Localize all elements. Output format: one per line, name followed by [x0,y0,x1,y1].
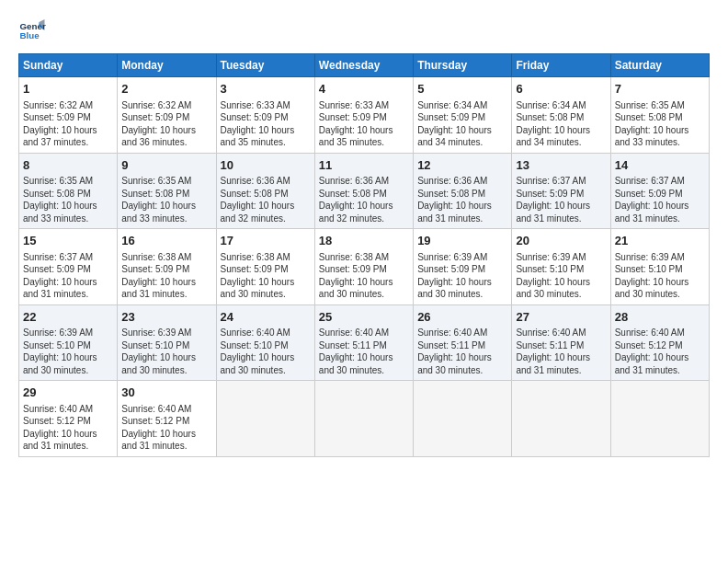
day-info: Sunset: 5:09 PM [121,111,211,124]
day-number: 2 [121,81,211,98]
day-info: Daylight: 10 hours [417,351,507,364]
day-info: Sunrise: 6:40 AM [23,403,113,416]
day-info: Daylight: 10 hours [221,276,311,289]
day-info: and 30 minutes. [417,364,507,377]
day-number: 13 [516,157,606,174]
day-info: Daylight: 10 hours [23,351,113,364]
calendar-header-row: SundayMondayTuesdayWednesdayThursdayFrid… [19,54,710,77]
day-info: Sunrise: 6:39 AM [23,327,113,339]
day-info: Daylight: 10 hours [615,200,705,213]
day-info: and 35 minutes. [319,136,409,149]
header: General Blue [18,17,710,44]
day-info: and 31 minutes. [23,440,113,453]
day-info: and 31 minutes. [121,288,211,301]
day-info: Sunrise: 6:36 AM [319,175,409,188]
calendar-cell: 7Sunrise: 6:35 AMSunset: 5:08 PMDaylight… [610,77,709,154]
day-info: Sunrise: 6:34 AM [516,99,606,112]
day-info: and 31 minutes. [615,213,705,225]
day-info: and 34 minutes. [516,136,606,149]
day-number: 4 [319,81,409,98]
day-info: Sunset: 5:08 PM [417,188,507,201]
day-number: 9 [121,157,211,174]
day-number: 22 [23,309,113,326]
day-info: Daylight: 10 hours [23,124,113,137]
calendar-cell: 10Sunrise: 6:36 AMSunset: 5:08 PMDayligh… [216,153,314,229]
day-info: Sunrise: 6:40 AM [319,327,409,339]
day-number: 8 [23,157,113,174]
day-header-wednesday: Wednesday [314,54,413,77]
calendar-cell: 17Sunrise: 6:38 AMSunset: 5:09 PMDayligh… [216,229,314,305]
day-info: Sunrise: 6:36 AM [221,175,311,188]
day-number: 20 [516,233,606,249]
day-info: and 30 minutes. [417,288,507,301]
calendar-cell [414,381,512,457]
day-number: 26 [417,309,507,326]
day-info: Sunrise: 6:40 AM [615,327,705,339]
day-info: and 31 minutes. [121,440,211,453]
day-info: Daylight: 10 hours [121,124,211,137]
day-info: Sunset: 5:10 PM [221,339,311,352]
day-header-sunday: Sunday [19,54,118,77]
day-info: Sunrise: 6:35 AM [23,175,113,188]
day-info: Sunset: 5:09 PM [417,111,507,124]
day-info: Sunset: 5:09 PM [319,263,409,276]
day-info: Daylight: 10 hours [516,351,606,364]
day-info: Sunrise: 6:33 AM [221,99,311,112]
day-info: and 30 minutes. [319,364,409,377]
day-info: and 33 minutes. [615,136,705,149]
day-number: 5 [417,81,507,98]
day-info: Daylight: 10 hours [23,428,113,441]
day-info: Sunrise: 6:37 AM [615,175,705,188]
day-info: Sunrise: 6:35 AM [121,175,211,188]
day-info: Sunrise: 6:32 AM [121,99,211,112]
calendar-cell: 23Sunrise: 6:39 AMSunset: 5:10 PMDayligh… [118,304,216,381]
day-header-friday: Friday [512,54,610,77]
calendar-cell: 25Sunrise: 6:40 AMSunset: 5:11 PMDayligh… [314,304,413,381]
day-info: Daylight: 10 hours [417,124,507,137]
day-info: Daylight: 10 hours [319,351,409,364]
day-info: Sunset: 5:10 PM [516,263,606,276]
day-info: Daylight: 10 hours [121,200,211,213]
day-info: and 30 minutes. [615,288,705,301]
day-info: Sunset: 5:09 PM [121,263,211,276]
day-info: Sunrise: 6:40 AM [121,403,211,416]
calendar-cell: 30Sunrise: 6:40 AMSunset: 5:12 PMDayligh… [118,381,216,457]
calendar-cell: 20Sunrise: 6:39 AMSunset: 5:10 PMDayligh… [512,229,610,305]
day-info: Daylight: 10 hours [516,276,606,289]
calendar-cell [216,381,314,457]
day-number: 7 [615,81,705,98]
calendar-cell: 18Sunrise: 6:38 AMSunset: 5:09 PMDayligh… [314,229,413,305]
day-info: Daylight: 10 hours [221,200,311,213]
calendar-table: SundayMondayTuesdayWednesdayThursdayFrid… [18,53,710,457]
day-info: Daylight: 10 hours [221,124,311,137]
day-info: Sunset: 5:10 PM [23,339,113,352]
calendar-cell: 8Sunrise: 6:35 AMSunset: 5:08 PMDaylight… [19,153,118,229]
day-info: Daylight: 10 hours [516,200,606,213]
day-info: Sunrise: 6:38 AM [319,251,409,264]
calendar-cell [610,381,709,457]
day-number: 17 [221,233,311,249]
day-info: Sunrise: 6:38 AM [221,251,311,264]
calendar-week-row-4: 22Sunrise: 6:39 AMSunset: 5:10 PMDayligh… [19,304,710,381]
day-info: Sunset: 5:08 PM [319,188,409,201]
day-info: Sunset: 5:09 PM [221,111,311,124]
day-number: 18 [319,233,409,249]
day-info: Daylight: 10 hours [23,200,113,213]
day-number: 11 [319,157,409,174]
day-info: Daylight: 10 hours [615,351,705,364]
day-info: Daylight: 10 hours [23,276,113,289]
day-header-monday: Monday [118,54,216,77]
calendar-cell: 22Sunrise: 6:39 AMSunset: 5:10 PMDayligh… [19,304,118,381]
day-info: Sunset: 5:09 PM [23,263,113,276]
logo-icon: General Blue [18,17,46,44]
calendar-cell [512,381,610,457]
day-header-tuesday: Tuesday [216,54,314,77]
day-info: and 31 minutes. [23,288,113,301]
calendar-week-row-1: 1Sunrise: 6:32 AMSunset: 5:09 PMDaylight… [19,77,710,154]
day-number: 10 [221,157,311,174]
calendar-cell: 12Sunrise: 6:36 AMSunset: 5:08 PMDayligh… [414,153,512,229]
day-header-thursday: Thursday [414,54,512,77]
day-info: and 31 minutes. [516,213,606,225]
day-info: and 30 minutes. [221,288,311,301]
day-number: 25 [319,309,409,326]
